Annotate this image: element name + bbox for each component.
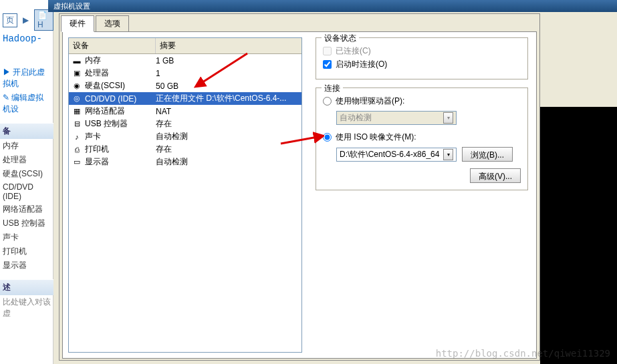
- connected-label: 已连接(C): [336, 45, 371, 57]
- desc-placeholder: 比处键入对该虚: [0, 295, 53, 321]
- device-name: 显示器: [85, 156, 109, 168]
- iso-file-label: 使用 ISO 映像文件(M):: [336, 132, 416, 143]
- cd-icon: ◎: [72, 94, 82, 104]
- device-status-group: 设备状态 已连接(C) 启动时连接(O): [316, 37, 528, 79]
- iso-file-radio[interactable]: [323, 133, 332, 142]
- connected-checkbox: [323, 47, 332, 55]
- tab-home-icon[interactable]: 📄 H: [34, 9, 53, 31]
- memory-icon: ▬: [72, 55, 82, 66]
- usb-icon: ⊟: [72, 119, 82, 130]
- watermark: http://blog.csdn.net/qiwei11329: [436, 348, 610, 359]
- device-summary: 50 GB: [156, 81, 299, 91]
- disk-icon: ◉: [72, 81, 82, 92]
- open-vm-link[interactable]: ▶ 开启此虚拟机: [0, 65, 53, 91]
- device-name: 处理器: [85, 67, 109, 79]
- project-link[interactable]: Hadoop-: [0, 32, 53, 45]
- bg-disk: 硬盘(SCSI): [0, 167, 53, 181]
- column-summary[interactable]: 摘要: [156, 38, 301, 53]
- chevron-down-icon[interactable]: ▾: [443, 149, 453, 160]
- device-row[interactable]: ⊟USB 控制器存在: [69, 118, 301, 130]
- connect-on-start-label: 启动时连接(O): [336, 59, 387, 70]
- bg-memory: 内存: [0, 139, 53, 153]
- tab-page-icon[interactable]: 页: [3, 13, 17, 27]
- devices-section-header: 备: [0, 123, 53, 139]
- bg-network: 网络适配器: [0, 202, 53, 216]
- device-list-panel: 设备 摘要 ▬内存1 GB▣处理器1◉硬盘(SCSI)50 GB◎CD/DVD …: [68, 37, 302, 353]
- device-name: CD/DVD (IDE): [85, 94, 136, 104]
- physical-drive-dropdown: 自动检测 ▾: [336, 111, 457, 125]
- device-row[interactable]: ◉硬盘(SCSI)50 GB: [69, 79, 301, 92]
- device-summary: 1 GB: [156, 56, 299, 65]
- vm-settings-dialog: 硬件 选项 设备 摘要 ▬内存1 GB▣处理器1◉硬盘(SCSI)50 GB◎C…: [59, 13, 540, 361]
- tab-options[interactable]: 选项: [96, 15, 129, 32]
- device-summary: 存在: [156, 118, 299, 130]
- device-name: 内存: [85, 55, 101, 66]
- device-name: 硬盘(SCSI): [85, 80, 125, 92]
- desc-section-header: 述: [0, 279, 53, 295]
- status-legend: 设备状态: [322, 33, 359, 44]
- bg-display: 显示器: [0, 258, 53, 272]
- window-title-bar: 虚拟机设置: [48, 0, 617, 12]
- device-summary: 1: [156, 69, 299, 78]
- bg-usb: USB 控制器: [0, 216, 53, 230]
- bg-sound: 声卡: [0, 230, 53, 244]
- bg-cddvd: CD/DVD (IDE): [0, 181, 53, 202]
- connection-group: 连接 使用物理驱动器(P): 自动检测 ▾ 使用 ISO 映像文件(M):: [316, 87, 528, 190]
- device-row[interactable]: ⎙打印机存在: [69, 143, 301, 156]
- column-device[interactable]: 设备: [69, 38, 156, 53]
- bg-printer: 打印机: [0, 244, 53, 258]
- iso-path-dropdown[interactable]: D:\软件\CentOS-6.4-x86_64 ▾: [336, 148, 457, 162]
- sound-icon: ♪: [72, 132, 82, 142]
- device-row[interactable]: ♪声卡自动检测: [69, 130, 301, 143]
- device-summary: 自动检测: [156, 131, 299, 142]
- device-name: 打印机: [85, 144, 109, 155]
- physical-drive-label: 使用物理驱动器(P):: [336, 96, 404, 107]
- device-summary: 自动检测: [156, 156, 299, 168]
- printer-icon: ⎙: [72, 144, 82, 155]
- connection-legend: 连接: [322, 83, 343, 94]
- device-summary: 存在: [156, 144, 299, 155]
- device-name: 网络适配器: [85, 106, 125, 117]
- device-row[interactable]: ◎CD/DVD (IDE)正在使用文件 D:\软件\CentOS-6.4-...: [69, 92, 301, 105]
- device-row[interactable]: ▭显示器自动检测: [69, 156, 301, 168]
- device-row[interactable]: ▦网络适配器NAT: [69, 105, 301, 118]
- device-name: USB 控制器: [85, 118, 128, 130]
- device-summary: 正在使用文件 D:\软件\CentOS-6.4-...: [156, 93, 299, 104]
- device-row[interactable]: ▬内存1 GB: [69, 54, 301, 67]
- net-icon: ▦: [72, 106, 82, 117]
- browse-button[interactable]: 浏览(B)...: [462, 147, 513, 162]
- physical-drive-radio[interactable]: [323, 97, 332, 106]
- device-summary: NAT: [156, 107, 299, 116]
- bg-cpu: 处理器: [0, 153, 53, 167]
- connect-on-start-checkbox[interactable]: [323, 60, 332, 69]
- chevron-down-icon: ▾: [443, 112, 453, 124]
- device-name: 声卡: [85, 131, 101, 142]
- tab-hardware[interactable]: 硬件: [61, 15, 94, 32]
- edit-vm-link[interactable]: ✎ 编辑虚拟机设: [0, 91, 53, 116]
- device-row[interactable]: ▣处理器1: [69, 67, 301, 79]
- advanced-button[interactable]: 高级(V)...: [470, 168, 521, 183]
- cpu-icon: ▣: [72, 68, 82, 79]
- display-icon: ▭: [72, 157, 82, 168]
